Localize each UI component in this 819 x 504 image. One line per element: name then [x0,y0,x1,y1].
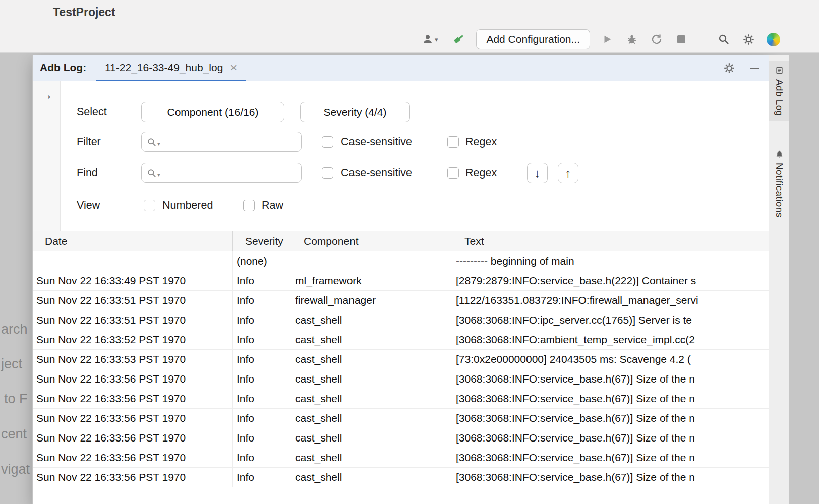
cell-text: [3068:3068:INFO:service_base.h(67)] Size… [452,448,769,467]
cell-severity: Info [233,448,291,467]
build-button[interactable] [451,32,466,47]
stop-button[interactable] [674,32,689,47]
log-tab[interactable]: 11-22_16-33-49_hub_log × [96,55,246,81]
cell-component: cast_shell [291,448,452,467]
table-row[interactable]: Sun Nov 22 16:33:56 PST 1970Infocast_she… [33,369,769,389]
find-input[interactable] [165,164,297,182]
cell-date: Sun Nov 22 16:33:51 PST 1970 [33,310,233,330]
cell-severity: Info [233,389,291,408]
cell-component: cast_shell [291,369,452,389]
cell-date: Sun Nov 22 16:33:51 PST 1970 [33,291,233,310]
view-label: View [77,199,100,212]
titlebar: TestProject ▾ Add Configuration... [0,0,819,53]
numbered-label[interactable]: Numbered [162,199,213,212]
cell-component: cast_shell [291,428,452,448]
cell-text: [73:0x2e00000000] 24043505 ms: Scavenge … [452,350,769,369]
table-row[interactable]: Sun Nov 22 16:33:51 PST 1970Infocast_she… [33,310,769,330]
column-header-text[interactable]: Text [452,231,769,251]
table-row[interactable]: (none)--------- beginning of main [33,251,769,271]
cell-component: cast_shell [291,389,452,408]
user-menu-button[interactable]: ▾ [418,32,442,47]
cell-severity: Info [233,291,291,310]
filter-regex-label[interactable]: Regex [465,136,497,148]
stripe-tab-adb-log[interactable]: Adb Log [769,61,789,121]
close-icon[interactable]: × [230,62,237,73]
play-icon [602,34,613,45]
filter-regex-checkbox[interactable] [447,136,459,148]
raw-checkbox[interactable] [243,200,255,211]
cell-date: Sun Nov 22 16:33:56 PST 1970 [33,409,233,428]
tool-window-options-button[interactable] [723,62,735,76]
filter-gutter: → [33,81,61,231]
table-row[interactable]: Sun Nov 22 16:33:56 PST 1970Infocast_she… [33,448,769,468]
background-fragment: arch [1,322,28,337]
cell-date: Sun Nov 22 16:33:56 PST 1970 [33,369,233,389]
settings-button[interactable] [741,32,756,47]
background-fragment: ject [1,356,22,372]
filter-searchbox: ▾ [141,132,302,152]
window-title: TestProject [53,6,115,19]
chevron-down-icon: ▾ [435,36,438,43]
cell-severity: Info [233,271,291,290]
cell-text: [3068:3068:INFO:service_base.h(67)] Size… [452,389,769,408]
hide-icon[interactable] [750,68,759,69]
table-row[interactable]: Sun Nov 22 16:33:51 PST 1970Infofirewall… [33,291,769,310]
table-row[interactable]: Sun Nov 22 16:33:53 PST 1970Infocast_she… [33,350,769,369]
table-row[interactable]: Sun Nov 22 16:33:49 PST 1970Infoml_frame… [33,271,769,291]
add-configuration-button[interactable]: Add Configuration... [476,29,590,49]
cell-date: Sun Nov 22 16:33:56 PST 1970 [33,468,233,487]
raw-label[interactable]: Raw [262,199,283,212]
find-previous-button[interactable]: ↑ [558,163,578,183]
table-row[interactable]: Sun Nov 22 16:33:52 PST 1970Infocast_she… [33,330,769,350]
cell-date: Sun Nov 22 16:33:53 PST 1970 [33,350,233,369]
column-header-severity[interactable]: Severity [233,231,291,251]
cell-severity: Info [233,310,291,330]
cell-text: --------- beginning of main [452,251,769,271]
stripe-tab-label: Adb Log [774,79,785,116]
filter-case-sensitive-label[interactable]: Case-sensitive [341,136,412,148]
cell-component: cast_shell [291,350,452,369]
table-row[interactable]: Sun Nov 22 16:33:56 PST 1970Infocast_she… [33,468,769,487]
profiler-button[interactable] [649,32,664,47]
column-header-date[interactable]: Date [33,231,233,251]
cell-text: [3068:3068:INFO:service_base.h(67)] Size… [452,409,769,428]
tool-window-title: Adb Log: [40,61,86,74]
bell-icon [775,150,784,158]
column-header-component[interactable]: Component [291,231,452,251]
cell-text: [3068:3068:INFO:ambient_temp_service_imp… [452,330,769,349]
table-row[interactable]: Sun Nov 22 16:33:56 PST 1970Infocast_she… [33,409,769,428]
run-button[interactable] [600,32,615,47]
adb-log-tool-window: Adb Log: 11-22_16-33-49_hub_log × → Sele… [33,55,769,504]
find-regex-checkbox[interactable] [447,167,459,179]
cell-text: [2879:2879:INFO:service_base.h(222)] Con… [452,271,769,290]
select-label: Select [77,106,107,118]
table-row[interactable]: Sun Nov 22 16:33:56 PST 1970Infocast_she… [33,389,769,409]
cell-severity: Info [233,369,291,389]
numbered-checkbox[interactable] [144,200,155,211]
stripe-tab-label: Notifications [774,163,785,218]
log-table-header: Date Severity Component Text [33,231,769,251]
find-case-sensitive-checkbox[interactable] [322,167,333,179]
search-everywhere-button[interactable] [716,32,731,47]
collapse-arrow-icon[interactable]: → [39,87,53,103]
find-searchbox: ▾ [141,163,302,183]
stripe-tab-notifications[interactable]: Notifications [769,145,789,222]
find-next-button[interactable]: ↓ [527,163,548,183]
find-regex-label[interactable]: Regex [465,167,497,179]
debug-button[interactable] [624,32,639,47]
log-table-body: (none)--------- beginning of mainSun Nov… [33,251,769,504]
tool-window-header: Adb Log: 11-22_16-33-49_hub_log × [33,55,769,81]
background-fragment: to F [4,391,28,407]
find-case-sensitive-label[interactable]: Case-sensitive [341,167,412,179]
chevron-down-icon: ▾ [157,172,160,178]
cell-component: firewall_manager [291,291,452,310]
profile-avatar-button[interactable] [766,32,781,47]
cell-text: [1122/163351.083729:INFO:firewall_manage… [452,291,769,310]
filter-input[interactable] [165,133,297,151]
search-icon: ▾ [147,137,160,147]
table-row[interactable]: Sun Nov 22 16:33:56 PST 1970Infocast_she… [33,428,769,448]
severity-filter-button[interactable]: Severity (4/4) [300,102,410,122]
cell-component: cast_shell [291,330,452,349]
filter-case-sensitive-checkbox[interactable] [322,136,333,148]
component-filter-button[interactable]: Component (16/16) [141,102,284,122]
